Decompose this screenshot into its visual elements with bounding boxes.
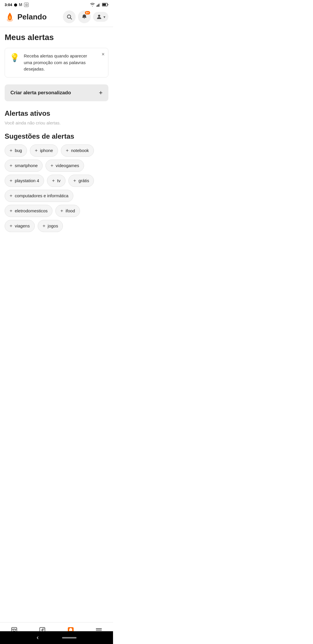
tag-label: playstation 4 [15, 178, 39, 183]
tag-plus-icon: + [10, 223, 12, 229]
suggestion-tag[interactable]: +tv [47, 175, 65, 187]
user-button[interactable]: ▾ [93, 12, 108, 22]
android-home-pill[interactable] [62, 637, 77, 638]
tag-label: jogos [48, 223, 58, 228]
status-left: 3:04 ⬤ M ⊡ [5, 2, 29, 7]
app-header: Pelando 9+ ▾ [0, 8, 113, 27]
svg-rect-1 [98, 5, 99, 7]
app-logo: Pelando [5, 12, 47, 22]
suggestion-tag[interactable]: +jogos [38, 220, 63, 232]
page-title: Meus alertas [5, 33, 108, 42]
tag-label: tv [57, 178, 61, 183]
suggestion-tag[interactable]: +eletrodomesticos [5, 205, 52, 217]
suggestion-tag[interactable]: +bug [5, 144, 27, 157]
bell-icon [81, 14, 87, 20]
empty-alerts-text: Você ainda não criou alertas. [5, 120, 108, 125]
tag-label: bug [15, 148, 22, 153]
tag-plus-icon: + [60, 208, 63, 214]
svg-rect-2 [99, 4, 99, 7]
suggestions-title: Sugestões de alertas [5, 132, 108, 140]
tag-label: grátis [79, 178, 89, 183]
tag-plus-icon: + [10, 193, 12, 199]
suggestion-tag[interactable]: +ifood [55, 205, 80, 217]
svg-rect-3 [100, 3, 101, 7]
tag-plus-icon: + [43, 223, 46, 229]
suggestion-tag[interactable]: +videogames [46, 160, 84, 172]
tag-plus-icon: + [10, 163, 12, 169]
tag-plus-icon: + [66, 148, 69, 153]
tag-plus-icon: + [50, 163, 53, 169]
svg-line-9 [70, 18, 72, 19]
suggestion-tag[interactable]: +playstation 4 [5, 175, 44, 187]
create-alert-button[interactable]: Criar alerta personalizado + [5, 84, 108, 101]
info-box-text: Receba alertas quando aparecer uma promo… [24, 53, 97, 73]
app-name: Pelando [17, 12, 47, 21]
tags-container: +bug+iphone+notebook+smartphone+videogam… [5, 144, 108, 232]
tag-plus-icon: + [10, 148, 12, 153]
create-alert-label: Criar alerta personalizado [10, 90, 71, 96]
chevron-down-icon: ▾ [103, 15, 105, 19]
svg-rect-6 [103, 4, 106, 6]
wifi-icon [90, 3, 95, 7]
create-alert-plus-icon: + [99, 89, 103, 97]
tag-plus-icon: + [73, 178, 76, 184]
tag-plus-icon: + [52, 178, 55, 184]
tag-label: ifood [65, 208, 75, 213]
svg-rect-0 [97, 6, 97, 7]
screenshot-icon: ⊡ [24, 3, 29, 7]
info-box-close-button[interactable]: × [101, 52, 105, 57]
search-button[interactable] [63, 10, 76, 23]
android-back-button[interactable]: ‹ [37, 634, 39, 641]
search-icon [66, 14, 72, 20]
suggestion-tag[interactable]: +smartphone [5, 160, 43, 172]
tag-plus-icon: + [10, 178, 12, 184]
tag-label: computadores e informática [15, 193, 68, 198]
signal-icon [97, 3, 101, 7]
svg-point-10 [98, 15, 100, 17]
status-bar: 3:04 ⬤ M ⊡ [0, 0, 113, 8]
suggestion-tag[interactable]: +computadores e informática [5, 190, 73, 202]
tag-label: viagens [15, 223, 30, 228]
suggestion-tag[interactable]: +grátis [68, 175, 94, 187]
dot-icon: ⬤ [14, 3, 17, 6]
tag-label: notebook [71, 148, 89, 153]
bulb-icon: 💡 [10, 53, 20, 62]
header-actions: 9+ ▾ [63, 10, 108, 23]
tag-label: smartphone [15, 163, 38, 168]
main-content: Meus alertas 💡 Receba alertas quando apa… [0, 27, 113, 238]
user-icon [96, 14, 102, 20]
notification-badge: 9+ [85, 11, 90, 15]
notification-button[interactable]: 9+ [78, 10, 91, 23]
tag-label: eletrodomesticos [15, 208, 48, 213]
info-box: 💡 Receba alertas quando aparecer uma pro… [5, 48, 108, 77]
battery-icon [102, 3, 108, 6]
time-display: 3:04 [5, 3, 12, 7]
gmail-icon: M [19, 2, 22, 7]
tag-plus-icon: + [35, 148, 38, 153]
svg-rect-5 [108, 4, 108, 5]
flame-icon [5, 12, 15, 22]
suggestion-tag[interactable]: +iphone [30, 144, 58, 157]
suggestion-tag[interactable]: +notebook [61, 144, 94, 157]
suggestion-tag[interactable]: +viagens [5, 220, 35, 232]
active-alerts-title: Alertas ativos [5, 109, 108, 117]
tag-label: videogames [56, 163, 79, 168]
tag-plus-icon: + [10, 208, 12, 214]
tag-label: iphone [40, 148, 53, 153]
status-right [90, 3, 108, 7]
android-nav-bar: ‹ [0, 631, 113, 644]
